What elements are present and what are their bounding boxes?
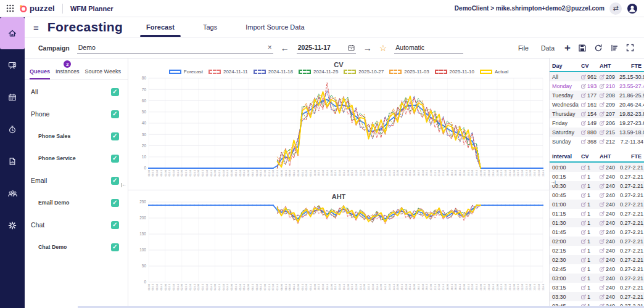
interval-fte-header[interactable]: FTE [617, 152, 644, 162]
edit-icon[interactable] [600, 294, 605, 299]
tab-queues[interactable]: Queues [30, 68, 50, 79]
aht-cell[interactable]: 240 [597, 172, 617, 181]
cv-cell[interactable]: 880 [579, 128, 597, 137]
edit-icon[interactable] [581, 239, 586, 244]
legend-item-2025-10-27[interactable]: 2025-10-27 [344, 69, 384, 75]
clear-campaign-icon[interactable]: × [268, 44, 272, 51]
queue-checkbox[interactable] [111, 221, 119, 229]
queue-checkbox[interactable] [111, 155, 119, 163]
queue-item-all[interactable]: All [25, 81, 128, 103]
queue-checkbox[interactable] [111, 177, 119, 185]
day-aht-header[interactable]: AHT [597, 61, 617, 71]
cv-cell[interactable]: 1 [579, 190, 597, 200]
queue-item-phone-service[interactable]: Phone Service [25, 147, 128, 169]
tab-tags[interactable]: Tags [200, 17, 220, 37]
edit-icon[interactable] [600, 193, 605, 198]
switch-account-icon[interactable]: ⇄ [609, 2, 622, 15]
aht-cell[interactable]: 210 [597, 81, 617, 91]
aht-cell[interactable]: 240 [597, 237, 617, 246]
edit-icon[interactable] [600, 121, 605, 126]
aht-cell[interactable]: 208 [597, 91, 617, 100]
queue-item-chat-demo[interactable]: Chat Demo [25, 236, 128, 258]
edit-icon[interactable] [581, 202, 586, 207]
cv-cell[interactable]: 1615 [579, 100, 597, 109]
collapse-left-panel-icon[interactable]: |← [121, 182, 126, 187]
aht-cell[interactable]: 240 [597, 246, 617, 255]
aht-cell[interactable]: 207 [597, 109, 617, 118]
edit-icon[interactable] [581, 230, 586, 235]
aht-cell[interactable]: 240 [597, 209, 617, 218]
aht-cell[interactable]: 240 [597, 190, 617, 200]
edit-icon[interactable] [600, 84, 605, 89]
interval-header[interactable]: Interval [550, 152, 579, 162]
sidebar-item-planning[interactable] [0, 49, 25, 81]
next-week-button[interactable]: → [363, 44, 372, 52]
queue-checkbox[interactable] [111, 88, 119, 96]
edit-icon[interactable] [581, 139, 586, 144]
aht-cell[interactable]: 240 [597, 292, 617, 301]
cv-cell[interactable]: 1 [579, 162, 597, 172]
edit-icon[interactable] [600, 276, 605, 281]
edit-icon[interactable] [600, 239, 605, 244]
tab-source-weeks[interactable]: Source Weeks [85, 68, 121, 79]
cv-cell[interactable]: 1544 [579, 109, 597, 118]
aht-cell[interactable]: 240 [597, 162, 617, 172]
aht-cell[interactable]: 206 [597, 118, 617, 128]
account-breadcrumb[interactable]: DemoClient > mike.shrimpton+demo2@puzzel… [455, 5, 605, 12]
fullscreen-button[interactable] [626, 44, 634, 52]
aht-cell[interactable]: 209 [597, 71, 617, 81]
sidebar-item-calendar[interactable] [0, 81, 25, 113]
edit-icon[interactable] [600, 130, 605, 135]
edit-icon[interactable] [581, 111, 586, 116]
queue-item-phone-sales[interactable]: Phone Sales [25, 125, 128, 147]
edit-icon[interactable] [581, 276, 586, 281]
tab-forecast[interactable]: Forecast [144, 17, 177, 37]
sidebar-item-people[interactable] [0, 177, 25, 209]
queue-checkbox[interactable] [111, 243, 119, 251]
file-menu[interactable]: File [516, 44, 531, 52]
edit-icon[interactable] [581, 257, 586, 262]
cv-cell[interactable]: 1 [579, 200, 597, 209]
sidebar-item-time[interactable] [0, 113, 25, 145]
edit-icon[interactable] [581, 102, 586, 107]
edit-icon[interactable] [581, 174, 586, 179]
menu-icon[interactable]: ≡ [33, 22, 39, 33]
edit-icon[interactable] [600, 211, 605, 216]
edit-icon[interactable] [581, 130, 586, 135]
aht-chart-plot[interactable]: 05010015020025000:0000:1500:3000:4501:00… [128, 200, 548, 308]
previous-week-button[interactable]: ← [281, 44, 289, 52]
edit-icon[interactable] [600, 230, 605, 235]
edit-icon[interactable] [600, 202, 605, 207]
aht-cell[interactable]: 240 [597, 181, 617, 190]
edit-icon[interactable] [600, 174, 605, 179]
cv-cell[interactable]: 368 [579, 137, 597, 146]
cv-cell[interactable]: 9619 [579, 71, 597, 81]
day-fte-header[interactable]: FTE [617, 61, 644, 71]
cv-cell[interactable]: 1 [579, 218, 597, 227]
cv-cell[interactable]: 1 [579, 227, 597, 237]
aht-cell[interactable]: 240 [597, 200, 617, 209]
legend-item-2025-11-03[interactable]: 2025-11-03 [389, 69, 429, 75]
interval-aht-header[interactable]: AHT [597, 152, 617, 162]
chart-view-button[interactable] [610, 44, 619, 52]
cv-cell[interactable]: 1 [579, 292, 597, 301]
queue-checkbox[interactable] [111, 132, 119, 140]
sidebar-item-reports[interactable] [0, 145, 25, 177]
edit-icon[interactable] [581, 93, 586, 98]
tab-instances[interactable]: 2Instances [56, 68, 80, 79]
edit-icon[interactable] [581, 121, 586, 126]
aht-cell[interactable]: 240 [597, 264, 617, 274]
legend-item-2024-11-25[interactable]: 2024-11-25 [299, 69, 338, 75]
edit-icon[interactable] [600, 184, 605, 188]
save-button[interactable] [578, 44, 587, 52]
data-menu[interactable]: Data [539, 44, 557, 52]
edit-icon[interactable] [581, 165, 586, 170]
edit-icon[interactable] [581, 211, 586, 216]
sidebar-item-home[interactable] [0, 17, 25, 49]
app-grid-icon[interactable] [6, 4, 14, 12]
collapse-right-panel-icon[interactable]: →| [550, 179, 555, 185]
aht-cell[interactable]: 240 [597, 283, 617, 292]
cv-cell[interactable]: 1 [579, 209, 597, 218]
edit-icon[interactable] [581, 267, 586, 272]
edit-icon[interactable] [600, 285, 605, 290]
